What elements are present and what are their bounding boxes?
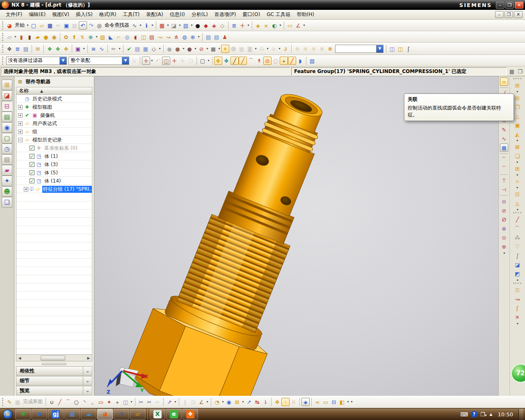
view-cabinet-icon[interactable]: ▤	[22, 45, 30, 53]
sphere-icon[interactable]: ●	[42, 33, 50, 41]
menu-item-4[interactable]: 格式(R)	[96, 10, 120, 19]
app-360-button[interactable]: ❋	[15, 409, 31, 420]
start-button[interactable]: ⊞	[1, 409, 15, 420]
roles-tab-icon[interactable]: ☻	[2, 186, 12, 197]
animation-icon[interactable]: ▣	[74, 45, 82, 53]
tree-item-label[interactable]: 基准坐标系 (0)	[43, 145, 78, 152]
doc-close-button[interactable]: ✕	[514, 11, 523, 18]
dropdown-arrow[interactable]: ▾	[139, 23, 142, 27]
tree-row[interactable]: +✔▣摄像机	[16, 111, 92, 119]
snap-move-icon[interactable]: ✥	[222, 57, 231, 65]
copy-icon[interactable]: ▣	[62, 21, 71, 30]
ft-triangle-icon[interactable]: ◭	[513, 130, 521, 138]
bend-icon[interactable]: ⌐	[115, 33, 123, 41]
menu-item-6[interactable]: 装配(A)	[143, 10, 167, 19]
show-component-icon[interactable]: ⁘	[281, 398, 290, 406]
ft-cyl-warn-icon[interactable]: △	[513, 112, 521, 120]
ft-anchor-icon[interactable]: ⊟	[513, 94, 521, 102]
dropdown-arrow[interactable]: ▾	[166, 23, 170, 27]
dropdown-arrow[interactable]: ▾	[247, 23, 250, 27]
tree-row[interactable]: +▱用户表达式	[16, 119, 92, 128]
play-cube-1-icon[interactable]: ◫	[388, 45, 396, 53]
scrollbar-thumb[interactable]	[41, 356, 66, 361]
dropdown-arrow[interactable]: ▾	[118, 47, 121, 50]
interpart-link-icon[interactable]: ∞	[313, 398, 322, 406]
navigator-panel-1[interactable]: 细节⌄	[16, 376, 92, 386]
menu-item-2[interactable]: 视图(V)	[49, 10, 73, 19]
ft-copy2-icon[interactable]: ❏	[513, 152, 521, 160]
sweep-icon[interactable]: ↝	[156, 33, 164, 41]
tree-item-label[interactable]: 模型历史记录	[32, 137, 63, 144]
menu-item-7[interactable]: 信息(I)	[167, 10, 188, 19]
tree-row[interactable]: ✓◳体 (14)	[16, 177, 92, 185]
sk-tbar-2-icon[interactable]: ⊣	[500, 185, 508, 194]
windows-tab-icon[interactable]: ❏	[2, 197, 12, 208]
visibility-checkbox[interactable]: ✓	[30, 162, 34, 167]
datum-plane-icon[interactable]: ▱	[5, 33, 14, 41]
app-excel-button[interactable]: X	[150, 409, 165, 420]
wrap-icon[interactable]: ⊕	[189, 33, 197, 41]
washer-icon[interactable]: ◍	[123, 33, 131, 41]
dropdown-arrow[interactable]: ▾	[241, 400, 245, 404]
sketch-grid-icon[interactable]: ▦	[14, 398, 22, 406]
render-sphere-icon[interactable]: ●	[194, 21, 202, 30]
navigator-panel-2[interactable]: 预览⌄	[16, 386, 92, 395]
material-dark-icon[interactable]: ●	[185, 45, 194, 53]
selection-filter-combo[interactable]: 没有选择过滤器▼	[6, 57, 67, 65]
clock-tab-icon[interactable]: ◷	[2, 144, 12, 154]
app-calculator-button[interactable]: ▦	[64, 409, 80, 420]
view-orient-icon[interactable]: ◇	[150, 45, 158, 53]
tree-item-label[interactable]: 体 (1)	[43, 153, 59, 160]
boxed-green-icon[interactable]: ❖	[62, 45, 70, 53]
move-component-icon[interactable]: ↗	[245, 398, 253, 406]
cv-plane-s-icon[interactable]: ◩	[513, 269, 521, 278]
wedge-icon[interactable]: ◣	[107, 33, 115, 41]
dropdown-arrow[interactable]: ▾	[254, 47, 258, 50]
app-sogou-button[interactable]: ❖	[183, 409, 198, 420]
view-layout-combo[interactable]: ▼	[335, 45, 383, 53]
snap-quad-icon[interactable]: ◌	[272, 57, 280, 65]
menu-item-1[interactable]: 编辑(E)	[25, 10, 49, 19]
dropdown-arrow[interactable]: ▾	[194, 47, 197, 50]
shaded-mode-icon[interactable]: ◪	[170, 21, 178, 30]
pattern-curve-icon[interactable]: ◫	[121, 398, 130, 406]
dropdown-arrow[interactable]: ▾	[173, 400, 177, 404]
dropdown-arrow[interactable]: ▾	[95, 35, 98, 39]
navigator-panel-0[interactable]: 相依性⌄	[16, 366, 92, 376]
ft-pattern-icon[interactable]: ⊞	[513, 81, 521, 89]
find-component-icon[interactable]: ◔	[213, 398, 221, 406]
arrange-component-icon[interactable]: ⇂	[261, 398, 269, 406]
model-3d-threaded-fitting[interactable]	[94, 76, 498, 396]
toolbar-grip[interactable]	[513, 78, 521, 80]
ray-3-icon[interactable]: ❋	[310, 45, 318, 53]
dropdown-arrow[interactable]: ▾	[278, 23, 282, 27]
solid-body-select-icon[interactable]: ▧	[308, 57, 316, 65]
point-icon[interactable]: ＋	[113, 398, 121, 406]
spring-icon[interactable]: ∿	[98, 45, 106, 53]
ray-1-icon[interactable]: ❋	[293, 45, 301, 53]
measure-angle-icon[interactable]: ¤	[262, 21, 270, 30]
point-on-face-icon[interactable]: ✛	[170, 57, 178, 65]
finish-sketch-label[interactable]: 完成草图	[22, 398, 44, 405]
dropdown-arrow[interactable]: ▾	[302, 23, 306, 27]
pocket-icon[interactable]: ▤	[148, 33, 156, 41]
grid-window-icon[interactable]: ▦	[142, 45, 150, 53]
tree-item-label[interactable]: 体 (14)	[43, 178, 62, 185]
tree-row[interactable]: ✓✛基准坐标系 (0)	[16, 144, 92, 152]
toolbar-grip[interactable]	[2, 21, 4, 30]
snap-point-icon[interactable]: ✥	[214, 57, 222, 65]
chamfer-icon[interactable]: ◟	[89, 398, 97, 406]
sk-circle-dim-icon[interactable]: ⊙	[500, 233, 508, 242]
sheet-2-icon[interactable]: ▤	[212, 33, 221, 41]
dropdown-arrow[interactable]: ▾	[205, 400, 209, 404]
cylinder-icon[interactable]: ▮	[17, 33, 25, 41]
snap-face-icon[interactable]: ◗	[296, 57, 304, 65]
web-browser-tab-icon[interactable]: ◉	[2, 122, 12, 133]
app-gj-button[interactable]: gj	[48, 409, 64, 420]
ft-pair-icon[interactable]: ⊞	[513, 164, 521, 173]
minimize-button[interactable]: –	[496, 2, 504, 9]
start-menu-button[interactable]: 开始	[14, 22, 26, 29]
dropdown-arrow[interactable]: ▾	[278, 47, 281, 50]
rect-marquee-icon[interactable]: ▢	[199, 57, 207, 65]
ray-4-icon[interactable]: ❋	[318, 45, 326, 53]
